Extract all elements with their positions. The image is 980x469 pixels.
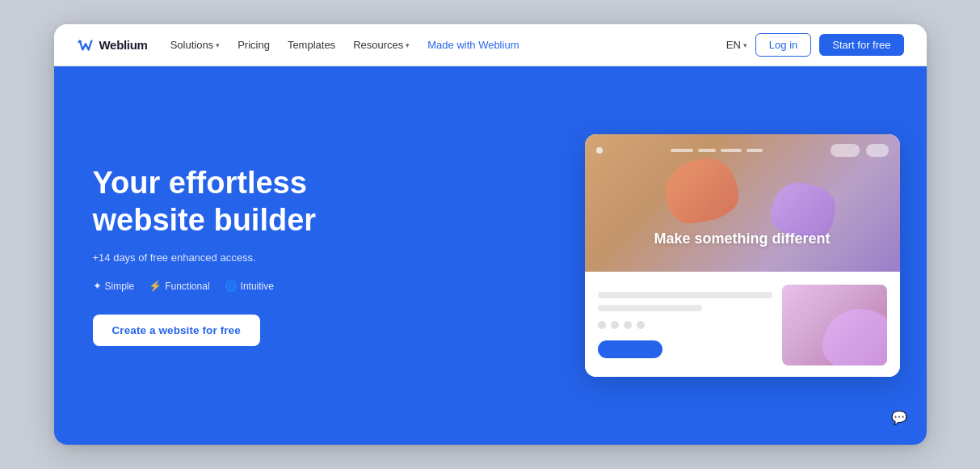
chevron-down-icon: ▾	[216, 41, 220, 49]
navbar: Weblium Solutions ▾ Pricing Templates Re…	[54, 24, 927, 66]
nav-resources[interactable]: Resources ▾	[353, 39, 410, 51]
preview-dot-circle	[596, 147, 603, 154]
weblium-logo-icon	[77, 36, 95, 54]
logo-area[interactable]: Weblium	[77, 36, 148, 54]
chat-button[interactable]: 💬	[885, 403, 914, 432]
nav-right: EN ▾ Log in Start for free	[726, 33, 904, 57]
logo-text: Weblium	[99, 38, 148, 52]
nav-pricing[interactable]: Pricing	[238, 39, 270, 51]
preview-bars	[609, 149, 824, 152]
intuitive-icon: 🌀	[225, 280, 238, 292]
preview-pill-2	[866, 144, 889, 157]
preview-top-bar	[585, 144, 900, 157]
preview-bottom-left	[598, 285, 772, 365]
preview-line-1	[598, 292, 772, 298]
hero-left: Your effortless website builder +14 days…	[54, 66, 571, 445]
preview-cta-bar	[598, 340, 662, 358]
chevron-down-icon: ▾	[743, 41, 747, 49]
feature-simple: ✦ Simple	[93, 280, 135, 292]
hero-title: Your effortless website builder	[93, 165, 368, 239]
nav-links: Solutions ▾ Pricing Templates Resources …	[170, 39, 726, 51]
login-button[interactable]: Log in	[755, 33, 811, 57]
preview-dot-4	[637, 321, 645, 329]
simple-icon: ✦	[93, 280, 102, 292]
preview-bottom	[585, 272, 900, 377]
preview-line-2	[598, 305, 703, 311]
preview-pill-1	[831, 144, 860, 157]
preview-hero-text: Make something different	[654, 230, 830, 247]
preview-bar-2	[698, 149, 716, 152]
language-selector[interactable]: EN ▾	[726, 39, 747, 51]
hero-subtitle: +14 days of free enhanced access.	[93, 251, 532, 264]
hero-features: ✦ Simple ⚡ Functional 🌀 Intuitive	[93, 280, 532, 292]
nav-made-with-weblium[interactable]: Made with Weblium	[427, 39, 519, 51]
preview-dot-3	[624, 321, 632, 329]
preview-dots	[598, 321, 772, 329]
preview-bar-1	[671, 149, 693, 152]
browser-frame: Weblium Solutions ▾ Pricing Templates Re…	[54, 24, 927, 445]
preview-bar-3	[721, 149, 742, 152]
nav-templates[interactable]: Templates	[288, 39, 335, 51]
create-website-button[interactable]: Create a website for free	[93, 315, 260, 346]
preview-dot-1	[598, 321, 606, 329]
preview-top: Make something different	[585, 134, 900, 272]
blob-pink-2-shape	[822, 309, 887, 365]
hero-section: Your effortless website builder +14 days…	[54, 66, 927, 445]
chevron-down-icon: ▾	[406, 41, 410, 49]
chat-icon: 💬	[891, 410, 907, 425]
blob-orange-shape	[666, 158, 738, 223]
start-for-free-button[interactable]: Start for free	[819, 34, 903, 56]
preview-bar-4	[747, 149, 763, 152]
nav-solutions[interactable]: Solutions ▾	[170, 39, 220, 51]
preview-bottom-right-image	[782, 285, 887, 365]
hero-right: Make something different	[571, 66, 927, 445]
feature-functional: ⚡ Functional	[149, 280, 209, 292]
feature-intuitive: 🌀 Intuitive	[225, 280, 274, 292]
functional-icon: ⚡	[149, 280, 162, 292]
preview-card: Make something different	[585, 134, 900, 377]
preview-dot-2	[611, 321, 619, 329]
